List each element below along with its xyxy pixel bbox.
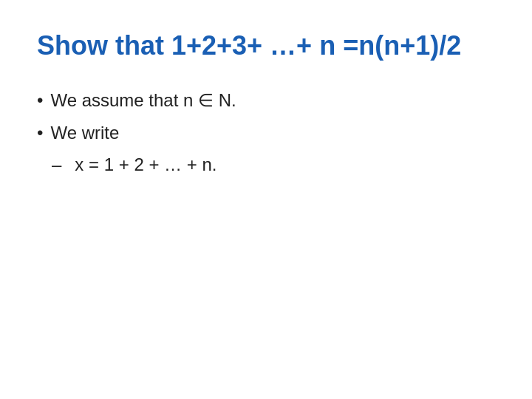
bullet-item-2: • We write bbox=[37, 120, 495, 146]
slide: Show that 1+2+3+ …+ n =n(n+1)/2 • We ass… bbox=[0, 0, 532, 399]
slide-title: Show that 1+2+3+ …+ n =n(n+1)/2 bbox=[37, 30, 495, 61]
sub-text-1: x = 1 + 2 + … + n. bbox=[75, 152, 216, 177]
bullet-text-2: We write bbox=[50, 120, 119, 146]
sub-bullet-list: – x = 1 + 2 + … + n. bbox=[52, 152, 495, 177]
sub-bullet-item-1: – x = 1 + 2 + … + n. bbox=[52, 152, 495, 177]
bullet-list: • We assume that n ∈ N. • We write bbox=[37, 88, 495, 145]
bullet-dot-1: • bbox=[37, 88, 43, 113]
bullet-item-1: • We assume that n ∈ N. bbox=[37, 88, 495, 113]
bullet-dot-2: • bbox=[37, 120, 43, 146]
bullet-text-1: We assume that n ∈ N. bbox=[50, 88, 236, 113]
sub-dash-1: – bbox=[52, 152, 61, 177]
